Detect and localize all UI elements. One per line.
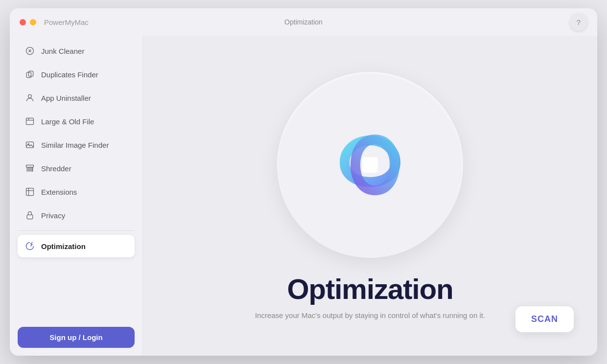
app-uninstaller-icon <box>24 92 35 103</box>
content-area: Optimization Increase your Mac's output … <box>143 36 597 356</box>
sidebar: Junk Cleaner Duplicates Finder App Unins… <box>10 36 143 356</box>
app-window: PowerMyMac Optimization ? Junk Cleaner <box>10 8 597 356</box>
scan-button[interactable]: SCAN <box>515 306 574 332</box>
sidebar-item-extensions[interactable]: Extensions <box>18 181 135 203</box>
sidebar-bottom: Sign up / Login <box>18 327 135 352</box>
sidebar-item-privacy[interactable]: Privacy <box>18 204 135 227</box>
title-bar: PowerMyMac Optimization ? <box>10 8 597 36</box>
sidebar-item-large-old-file[interactable]: Large & Old File <box>18 110 135 133</box>
sidebar-item-app-uninstaller[interactable]: App Uninstaller <box>18 87 135 109</box>
help-button[interactable]: ? <box>570 13 587 31</box>
svg-rect-4 <box>26 118 34 124</box>
shredder-icon <box>24 163 35 174</box>
svg-rect-9 <box>362 157 378 173</box>
minimize-button[interactable] <box>30 19 36 25</box>
duplicates-finder-icon <box>24 69 35 80</box>
svg-rect-8 <box>27 215 33 219</box>
content-description: Increase your Mac's output by staying in… <box>255 311 485 319</box>
sidebar-item-label: Shredder <box>41 164 71 173</box>
large-old-file-icon <box>24 116 35 127</box>
sidebar-item-optimization[interactable]: Optimization <box>18 235 135 257</box>
sidebar-item-duplicates-finder[interactable]: Duplicates Finder <box>18 63 135 86</box>
svg-rect-7 <box>26 165 34 167</box>
content-title: Optimization <box>287 273 453 305</box>
sidebar-item-label: Duplicates Finder <box>41 70 98 79</box>
extensions-icon <box>24 186 35 197</box>
sidebar-item-label: Similar Image Finder <box>41 141 109 149</box>
sidebar-divider <box>18 230 135 231</box>
logo-circle <box>277 72 463 258</box>
main-content: Junk Cleaner Duplicates Finder App Unins… <box>10 36 597 356</box>
sidebar-item-label: Optimization <box>41 242 86 250</box>
titlebar-center-title: Optimization <box>284 18 323 26</box>
svg-rect-5 <box>26 142 34 148</box>
svg-point-3 <box>28 94 32 98</box>
privacy-icon <box>24 210 35 221</box>
traffic-lights <box>20 19 36 25</box>
close-button[interactable] <box>20 19 26 25</box>
sidebar-item-junk-cleaner[interactable]: Junk Cleaner <box>18 40 135 62</box>
app-logo <box>331 126 409 204</box>
app-brand-label: PowerMyMac <box>44 18 89 26</box>
sidebar-item-label: Large & Old File <box>41 117 94 126</box>
optimization-icon <box>24 241 35 251</box>
junk-cleaner-icon <box>24 46 35 56</box>
sidebar-items: Junk Cleaner Duplicates Finder App Unins… <box>18 40 135 327</box>
sidebar-item-label: Privacy <box>41 211 65 220</box>
sidebar-item-label: Extensions <box>41 188 77 196</box>
sidebar-item-label: Junk Cleaner <box>41 47 84 55</box>
sign-up-login-button[interactable]: Sign up / Login <box>18 327 135 348</box>
sidebar-item-label: App Uninstaller <box>41 94 91 102</box>
sidebar-item-similar-image-finder[interactable]: Similar Image Finder <box>18 134 135 156</box>
sidebar-item-shredder[interactable]: Shredder <box>18 157 135 180</box>
similar-image-finder-icon <box>24 139 35 150</box>
